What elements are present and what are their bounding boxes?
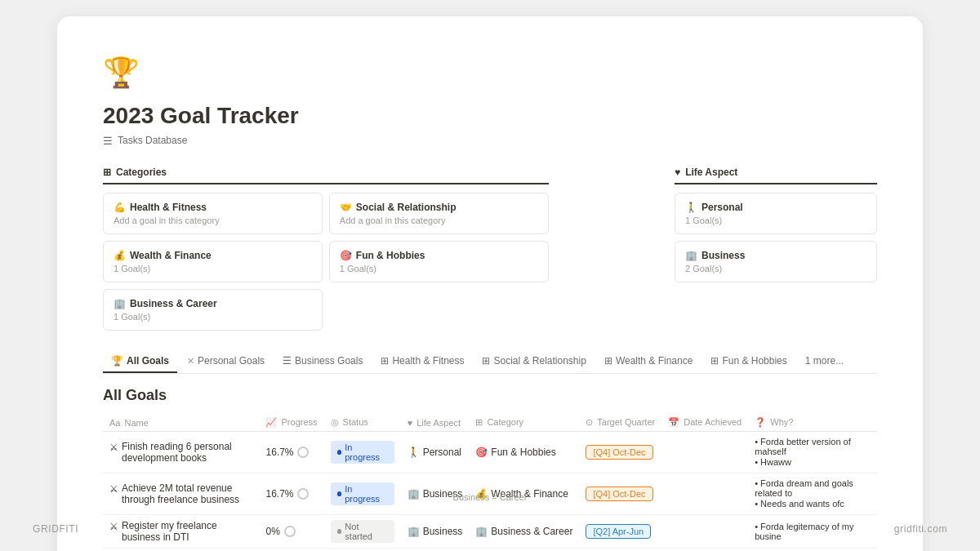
sections-row: ⊞ Categories 💪 Health & Fitness Add a go… bbox=[103, 167, 877, 331]
col-status: ◎ Status bbox=[324, 414, 401, 432]
page-title: 2023 Goal Tracker bbox=[103, 103, 877, 129]
categories-section: ⊞ Categories 💪 Health & Fitness Add a go… bbox=[103, 167, 549, 331]
card-title-fun: 🎯 Fun & Hobbies bbox=[340, 250, 538, 261]
life-aspect-card-personal[interactable]: 🚶 Personal 1 Goal(s) bbox=[675, 193, 877, 234]
card-sub-fun: 1 Goal(s) bbox=[340, 264, 538, 273]
table-header-row: Aa Name 📈 Progress ◎ Status ♥ Life Aspec… bbox=[103, 414, 877, 432]
card-title-business: 🏢 Business & Career bbox=[114, 298, 312, 309]
goal-progress-1: 16.7% bbox=[259, 432, 323, 473]
card-title-social: 🤝 Social & Relationship bbox=[340, 202, 538, 213]
main-container: 🏆 2023 Goal Tracker Tasks Database ⊞ Cat… bbox=[57, 16, 923, 551]
status-badge-2: In progress bbox=[331, 482, 394, 505]
categories-header: ⊞ Categories bbox=[103, 167, 549, 184]
quarter-badge-1: [Q4] Oct-Dec bbox=[586, 445, 653, 460]
status-dot-1 bbox=[337, 450, 342, 455]
goal-date-2 bbox=[662, 473, 748, 515]
heart-icon: ♥ bbox=[675, 167, 680, 178]
categories-grid: 💪 Health & Fitness Add a goal in this ca… bbox=[103, 193, 549, 331]
tabs-row: 🏆 All Goals ✕ Personal Goals ☰ Business … bbox=[103, 350, 877, 374]
card-title-health: 💪 Health & Fitness bbox=[114, 202, 312, 213]
goal-name-2: ⚔ Achieve 2M total revenue through freel… bbox=[103, 473, 259, 515]
life-aspect-grid: 🚶 Personal 1 Goal(s) 🏢 Business 2 Goal(s… bbox=[675, 193, 877, 282]
tab-all-goals[interactable]: 🏆 All Goals bbox=[103, 350, 177, 373]
tab-business-goals[interactable]: ☰ Business Goals bbox=[274, 350, 371, 373]
col-life-aspect: ♥ Life Aspect bbox=[401, 414, 470, 432]
card-sub-business: 1 Goal(s) bbox=[114, 312, 312, 322]
col-name: Aa Name bbox=[103, 414, 259, 432]
social-icon: 🤝 bbox=[340, 202, 352, 213]
card-sub-health: Add a goal in this category bbox=[114, 216, 312, 225]
life-aspect-header: ♥ Life Aspect bbox=[675, 167, 877, 184]
tab-personal-icon: ✕ bbox=[187, 356, 194, 367]
col-why: ❓ Why? bbox=[748, 414, 877, 432]
status-badge-1: In progress bbox=[331, 441, 394, 464]
life-aspect-icon-2: 🏢 bbox=[408, 488, 420, 500]
card-title-wealth: 💰 Wealth & Finance bbox=[114, 250, 312, 261]
goal-date-1 bbox=[662, 432, 748, 473]
category-card-wealth[interactable]: 💰 Wealth & Finance 1 Goal(s) bbox=[103, 241, 323, 282]
tab-health-fitness[interactable]: ⊞ Health & Fitness bbox=[372, 350, 472, 373]
fun-icon: 🎯 bbox=[340, 250, 352, 261]
tab-social-relationship[interactable]: ⊞ Social & Relationship bbox=[474, 350, 594, 373]
goal-progress-2: 16.7% bbox=[259, 473, 323, 515]
goal-name-1: ⚔ Finish reading 6 personal development … bbox=[103, 432, 259, 473]
tab-all-icon: 🏆 bbox=[111, 355, 123, 367]
footer-brand-right: gridfiti.com bbox=[894, 523, 947, 535]
goal-icon-1: ⚔ bbox=[109, 442, 118, 453]
tab-wealth-icon: ⊞ bbox=[604, 355, 612, 367]
tab-fun-icon: ⊞ bbox=[710, 355, 719, 367]
col-target-quarter: ⊙ Target Quarter bbox=[579, 414, 662, 432]
business-icon: 🏢 bbox=[114, 298, 126, 309]
tab-business-goals-icon: ☰ bbox=[283, 355, 292, 367]
category-card-business[interactable]: 🏢 Business & Career 1 Goal(s) bbox=[103, 289, 323, 331]
progress-circle-1 bbox=[297, 447, 309, 458]
business-la-sub: 2 Goal(s) bbox=[685, 264, 866, 273]
personal-icon: 🚶 bbox=[685, 202, 697, 213]
goal-icon-2: ⚔ bbox=[109, 483, 118, 495]
personal-title: 🚶 Personal bbox=[685, 202, 866, 213]
business-la-title: 🏢 Business bbox=[685, 250, 866, 261]
business-la-icon: 🏢 bbox=[685, 250, 697, 261]
goal-quarter-2: [Q4] Oct-Dec bbox=[579, 473, 662, 515]
db-icon bbox=[103, 134, 113, 147]
tab-more[interactable]: 1 more... bbox=[797, 350, 852, 373]
life-aspect-card-business[interactable]: 🏢 Business 2 Goal(s) bbox=[675, 241, 877, 282]
col-date-achieved: 📅 Date Achieved bbox=[662, 414, 748, 432]
trophy-icon: 🏆 bbox=[103, 56, 877, 90]
progress-circle-2 bbox=[297, 488, 309, 500]
goal-status-1: In progress bbox=[324, 432, 401, 473]
category-card-health[interactable]: 💪 Health & Fitness Add a goal in this ca… bbox=[103, 193, 323, 234]
category-card-fun[interactable]: 🎯 Fun & Hobbies 1 Goal(s) bbox=[329, 241, 549, 282]
tab-personal-goals[interactable]: ✕ Personal Goals bbox=[179, 350, 273, 373]
tab-fun-hobbies[interactable]: ⊞ Fun & Hobbies bbox=[702, 350, 795, 373]
goal-quarter-1: [Q4] Oct-Dec bbox=[579, 432, 662, 473]
goal-why-1: • Forda better version of mahself • Hwaw… bbox=[748, 432, 877, 473]
tab-health-icon: ⊞ bbox=[381, 355, 389, 367]
business-career-note: Business = Career bbox=[453, 492, 528, 502]
goal-life-aspect-1: 🚶 Personal bbox=[401, 432, 470, 473]
life-aspect-section: ♥ Life Aspect 🚶 Personal 1 Goal(s) 🏢 Bus bbox=[675, 167, 877, 331]
goal-status-2: In progress bbox=[324, 473, 401, 515]
col-category: ⊞ Category bbox=[469, 414, 579, 432]
card-sub-wealth: 1 Goal(s) bbox=[114, 264, 312, 273]
card-sub-social: Add a goal in this category bbox=[340, 216, 538, 225]
goal-category-1: 🎯 Fun & Hobbies bbox=[469, 432, 579, 473]
health-icon: 💪 bbox=[114, 202, 126, 213]
life-aspect-icon-1: 🚶 bbox=[408, 447, 420, 458]
tab-social-icon: ⊞ bbox=[482, 355, 490, 367]
footer-brand-left: GRIDFITI bbox=[33, 523, 78, 535]
all-goals-title: All Goals bbox=[103, 387, 877, 404]
goal-why-2: • Forda dream and goals related to • Nee… bbox=[748, 473, 877, 515]
quarter-badge-2: [Q4] Oct-Dec bbox=[586, 487, 653, 501]
table-row[interactable]: ⚔ Finish reading 6 personal development … bbox=[103, 432, 877, 473]
footer: GRIDFITI gridfiti.com bbox=[0, 523, 980, 535]
personal-sub: 1 Goal(s) bbox=[685, 216, 866, 225]
wealth-icon: 💰 bbox=[114, 250, 126, 261]
tasks-database-link[interactable]: Tasks Database bbox=[103, 134, 877, 147]
categories-grid-icon: ⊞ bbox=[103, 167, 111, 178]
category-card-social[interactable]: 🤝 Social & Relationship Add a goal in th… bbox=[329, 193, 549, 234]
col-progress: 📈 Progress bbox=[259, 414, 323, 432]
tab-wealth-finance[interactable]: ⊞ Wealth & Finance bbox=[596, 350, 702, 373]
status-dot-2 bbox=[337, 491, 342, 496]
category-icon-1: 🎯 bbox=[475, 447, 488, 458]
